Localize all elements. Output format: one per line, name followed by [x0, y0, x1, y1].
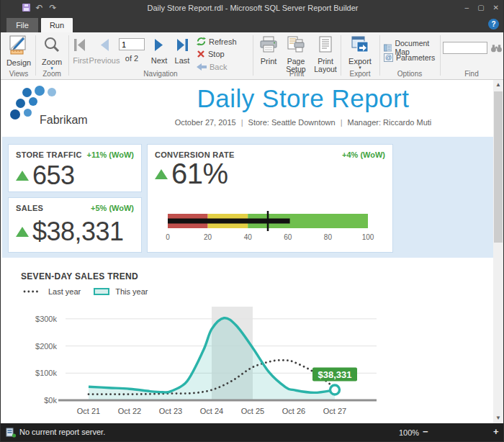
last-button[interactable]: Last [169, 56, 195, 65]
store-traffic-card: STORE TRAFFIC +11% (WoW) 653 [8, 144, 142, 192]
refresh-icon [197, 37, 206, 46]
print-group-label: Print [253, 70, 341, 78]
status-bar: No current report server. 100% − + [1, 423, 504, 442]
print-group: Print Page Setup Print Layout [253, 32, 341, 79]
page-setup-icon [287, 36, 305, 53]
options-group-label: Options [379, 70, 440, 78]
zoom-group: Zoom ▾ Zoom [35, 32, 68, 79]
export-group-label: Export [341, 70, 379, 78]
report-date: October 27, 2015 [175, 118, 236, 127]
zoom-button[interactable]: Zoom ▾ [39, 36, 65, 71]
export-button[interactable]: Export ▾ [347, 36, 373, 70]
conversion-rate-delta: +4% (WoW) [342, 150, 385, 159]
sales-label: SALES [16, 204, 43, 212]
svg-text:40: 40 [244, 233, 253, 241]
page-number-input[interactable] [119, 38, 145, 50]
legend-this-year: This year [115, 287, 148, 296]
report-title: Daily Store Report [109, 84, 498, 113]
conversion-rate-value: 61% [171, 158, 228, 190]
design-icon [8, 35, 30, 55]
up-triangle-icon [16, 171, 29, 181]
tab-run[interactable]: Run [41, 18, 73, 32]
zoom-group-label: Zoom [35, 70, 68, 78]
previous-page-icon[interactable] [97, 38, 112, 52]
dotted-line-swatch [22, 289, 42, 294]
find-input[interactable] [443, 42, 487, 54]
solid-line-swatch [94, 288, 109, 295]
previous-button[interactable]: Previous [87, 56, 122, 65]
store-traffic-delta: +11% (WoW) [86, 150, 134, 159]
svg-text:100: 100 [362, 233, 374, 241]
svg-text:@: @ [385, 54, 392, 61]
find-group-label: Find [440, 70, 503, 78]
minimize-button[interactable]: – [465, 4, 469, 12]
first-page-icon[interactable] [73, 38, 87, 52]
parameters-icon: @ [384, 53, 393, 62]
next-button[interactable]: Next [146, 56, 172, 65]
find-binoculars-icon[interactable] [490, 44, 503, 53]
scrollbar-thumb[interactable] [494, 91, 503, 243]
stop-button[interactable]: Stop [197, 50, 225, 58]
close-button[interactable]: ✕ [493, 4, 499, 12]
undo-icon[interactable]: ↶ [35, 3, 44, 12]
page-setup-button[interactable]: Page Setup [282, 36, 310, 73]
print-layout-icon [318, 36, 333, 53]
svg-text:$38,331: $38,331 [318, 369, 352, 380]
conversion-rate-card: CONVERSION RATE +4% (WoW) 61% 0204060801… [147, 144, 393, 253]
report-server-icon [6, 428, 17, 438]
redo-icon[interactable]: ↷ [48, 3, 58, 12]
up-triangle-icon [155, 169, 168, 179]
next-page-icon[interactable] [152, 38, 166, 52]
zoom-in-icon[interactable]: + [493, 426, 499, 437]
design-button[interactable]: Design [6, 35, 32, 67]
parameters-toggle[interactable]: @ Parameters [384, 53, 435, 62]
svg-text:Oct 23: Oct 23 [159, 407, 182, 415]
svg-text:$0k: $0k [44, 396, 57, 405]
last-page-icon[interactable] [175, 38, 189, 52]
svg-text:60: 60 [284, 233, 292, 241]
zoom-icon [42, 36, 61, 54]
svg-text:Oct 27: Oct 27 [323, 407, 346, 415]
print-button[interactable]: Print [256, 36, 282, 66]
svg-text:$300k: $300k [35, 315, 57, 323]
zoom-out-icon[interactable]: − [423, 426, 428, 437]
scroll-up-icon[interactable]: ▲ [493, 80, 503, 90]
kpi-band: STORE TRAFFIC +11% (WoW) 653 SALES +5% (… [2, 137, 495, 258]
sales-card: SALES +5% (WoW) $38,331 [8, 197, 142, 253]
navigation-group-label: Navigation [68, 70, 253, 78]
vertical-scrollbar[interactable]: ▲ ▼ [493, 80, 503, 423]
conversion-bullet-chart: 020406080100 [165, 208, 375, 244]
export-icon [351, 36, 369, 53]
report-store: Store: Seattle Downtown [248, 118, 336, 127]
find-group: Find [440, 32, 503, 79]
ribbon: Design Views Zoom ▾ Zoom First [1, 32, 504, 80]
navigation-group: First Previous of 2 Next Last [68, 32, 253, 79]
report-builder-window: ↶ ↷ Daily Store Report.rdl - Microsoft S… [0, 0, 504, 442]
options-group: Document Map @ Parameters Options [379, 32, 440, 79]
document-map-icon [384, 44, 392, 52]
seven-day-sales-trend-chart: $0k$100k$200k$300kOct 21Oct 22Oct 23Oct … [27, 305, 487, 422]
quick-access-toolbar: ↶ ↷ [22, 3, 58, 12]
report-subtitle: October 27, 2015|Store: Seattle Downtown… [109, 118, 498, 127]
refresh-button[interactable]: Refresh [197, 37, 237, 46]
trend-section-title: SEVEN-DAY SALES TREND [21, 271, 138, 281]
maximize-button[interactable]: ▢ [477, 4, 484, 12]
save-icon[interactable] [22, 4, 30, 12]
print-layout-button[interactable]: Print Layout [311, 36, 340, 73]
legend-last-year: Last year [48, 287, 81, 296]
views-group: Design Views [2, 32, 35, 79]
report-manager: Manager: Riccardo Muti [348, 118, 432, 127]
status-message: No current report server. [19, 428, 105, 436]
svg-text:$200k: $200k [35, 342, 57, 351]
chart-legend: Last year This year [22, 287, 156, 296]
sales-value: $38,331 [32, 217, 124, 247]
scroll-down-icon[interactable]: ▼ [493, 413, 503, 423]
tab-file[interactable]: File [6, 18, 38, 32]
svg-text:20: 20 [204, 233, 212, 241]
title-bar: ↶ ↷ Daily Store Report.rdl - Microsoft S… [1, 0, 504, 16]
page-of-label: of 2 [119, 54, 145, 63]
svg-text:Oct 26: Oct 26 [282, 407, 305, 415]
svg-text:Oct 25: Oct 25 [241, 407, 264, 415]
svg-text:80: 80 [324, 233, 333, 241]
help-icon[interactable]: ? [488, 19, 499, 30]
